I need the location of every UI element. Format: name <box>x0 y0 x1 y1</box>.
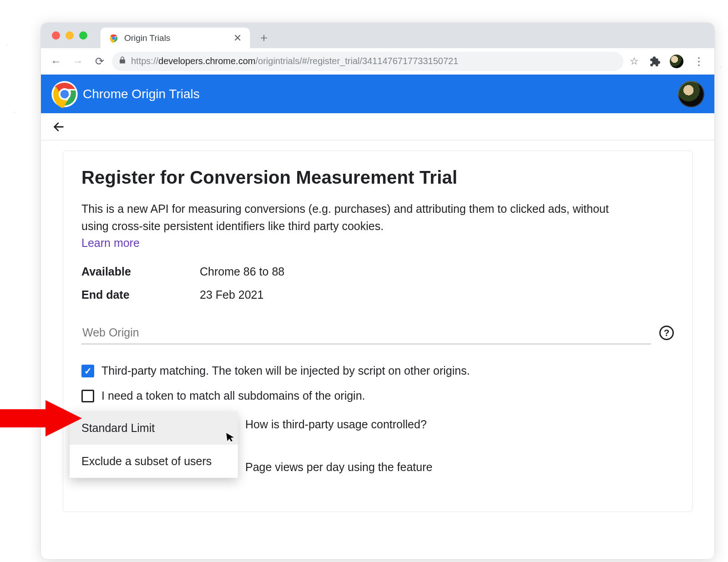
usage-question: How is third-party usage controlled? <box>245 418 427 431</box>
browser-window: Origin Trials ✕ ＋ ← → ⟳ https://develope… <box>41 23 714 559</box>
subdomains-checkbox-row[interactable]: I need a token to match all subdomains o… <box>81 389 674 402</box>
end-date-value: 23 Feb 2021 <box>200 288 674 301</box>
window-zoom-dot[interactable] <box>79 31 87 40</box>
subdomains-label: I need a token to match all subdomains o… <box>101 389 365 402</box>
learn-more-link[interactable]: Learn more <box>81 236 140 250</box>
tab-close-icon[interactable]: ✕ <box>233 33 242 43</box>
extensions-icon[interactable] <box>649 55 661 67</box>
mouse-cursor-icon <box>225 431 236 446</box>
app-title: Chrome Origin Trials <box>83 87 200 101</box>
profile-avatar-large[interactable] <box>678 81 704 107</box>
page-back-button[interactable] <box>49 117 68 136</box>
page-description: This is a new API for measuring conversi… <box>81 201 627 235</box>
address-bar[interactable]: https://developers.chrome.com/origintria… <box>112 52 623 71</box>
third-party-checkbox-row[interactable]: Third-party matching. The token will be … <box>81 364 674 377</box>
tab-strip: Origin Trials ✕ ＋ <box>41 23 714 48</box>
dropdown-option-standard[interactable]: Standard Limit <box>70 411 238 445</box>
browser-toolbar: ← → ⟳ https://developers.chrome.com/orig… <box>41 48 714 75</box>
tab-title: Origin Trials <box>124 33 228 43</box>
checkbox-group: Third-party matching. The token will be … <box>81 364 674 402</box>
profile-avatar-small[interactable] <box>670 55 683 68</box>
page-title: Register for Conversion Measurement Tria… <box>81 167 674 188</box>
dropdown-option-exclude[interactable]: Exclude a subset of users <box>70 445 238 478</box>
browser-tab[interactable]: Origin Trials ✕ <box>100 27 250 48</box>
web-origin-input[interactable] <box>81 321 651 344</box>
chrome-menu-icon[interactable]: ⋮ <box>689 55 709 68</box>
page-views-label: Page views per day using the feature <box>245 461 432 474</box>
lock-icon <box>118 56 126 66</box>
window-close-dot[interactable] <box>52 31 60 40</box>
new-tab-button[interactable]: ＋ <box>255 28 273 46</box>
callout-arrow <box>0 400 82 437</box>
chrome-favicon-icon <box>109 33 119 43</box>
nav-reload-button[interactable]: ⟳ <box>90 52 109 71</box>
app-header: Chrome Origin Trials <box>41 75 714 113</box>
nav-back-button[interactable]: ← <box>46 52 66 71</box>
brand: Chrome Origin Trials <box>51 80 200 108</box>
available-value: Chrome 86 to 88 <box>200 265 674 278</box>
subdomains-checkbox[interactable] <box>81 390 94 402</box>
third-party-checkbox[interactable] <box>81 365 94 377</box>
registration-card: Register for Conversion Measurement Tria… <box>63 151 693 512</box>
sub-nav <box>41 113 714 140</box>
available-label: Available <box>81 265 200 278</box>
end-date-label: End date <box>81 288 200 301</box>
usage-limit-dropdown[interactable]: Standard Limit Exclude a subset of users <box>70 411 238 478</box>
help-icon[interactable]: ? <box>659 326 674 340</box>
nav-forward-button[interactable]: → <box>68 52 87 71</box>
info-grid: Available Chrome 86 to 88 End date 23 Fe… <box>81 265 674 301</box>
usage-control-area: How is third-party usage controlled? Pag… <box>81 421 674 512</box>
web-origin-row: ? <box>81 321 674 344</box>
window-controls <box>48 23 100 48</box>
window-minimize-dot[interactable] <box>66 31 74 40</box>
third-party-label: Third-party matching. The token will be … <box>101 364 470 377</box>
svg-marker-0 <box>0 400 82 437</box>
chrome-logo-icon <box>51 80 78 108</box>
content-area: Register for Conversion Measurement Tria… <box>41 140 714 522</box>
url-text: https://developers.chrome.com/origintria… <box>131 56 458 66</box>
bookmark-star-icon[interactable]: ☆ <box>626 55 642 67</box>
